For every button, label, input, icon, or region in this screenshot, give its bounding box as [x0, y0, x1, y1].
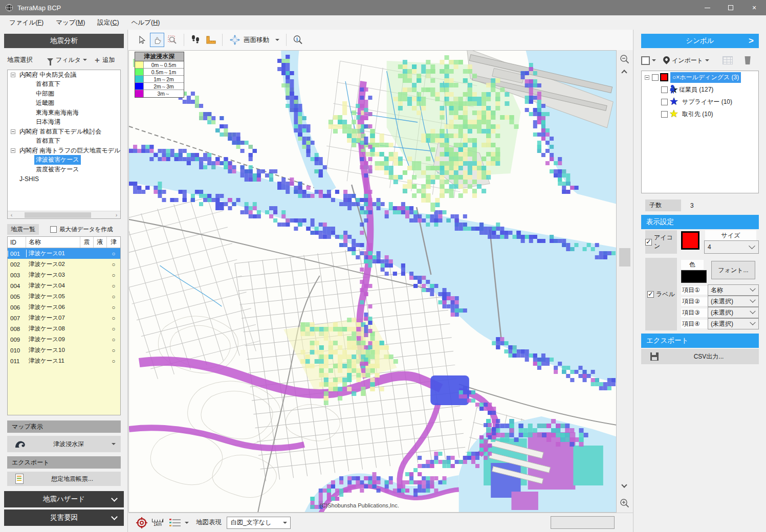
icon-checkbox[interactable] — [645, 239, 652, 246]
expander-icon[interactable] — [645, 75, 649, 80]
pan-tool[interactable] — [150, 33, 164, 47]
size-label: サイズ — [705, 230, 756, 241]
item-dropdown[interactable]: (未選択) — [708, 318, 759, 329]
map-layer-dropdown[interactable]: 津波浸水深 — [7, 436, 121, 452]
chevron-down-icon — [750, 320, 755, 325]
expander-icon[interactable] — [11, 129, 15, 134]
import-button[interactable]: インポート — [672, 56, 703, 65]
maximize-button[interactable] — [719, 0, 742, 15]
plus-icon: ＋ — [93, 55, 101, 65]
zoom-select-tool[interactable] — [165, 33, 180, 47]
report-button[interactable]: 想定地震帳票... — [7, 472, 121, 486]
tree-item[interactable]: 近畿圏 — [8, 99, 120, 108]
zoom-out-icon[interactable] — [620, 54, 630, 64]
table-row[interactable]: 002 津波ケース02 ○ — [8, 259, 120, 270]
item-label: 項目③ — [681, 308, 708, 317]
zoom-in-icon[interactable] — [620, 498, 630, 508]
info-search-tool[interactable]: i — [291, 33, 305, 47]
select-tool[interactable] — [135, 33, 149, 47]
scroll-right-icon[interactable]: › — [113, 211, 120, 219]
table-row[interactable]: 010 津波ケース10 ○ — [8, 345, 120, 356]
tree-item[interactable]: 内閣府 首都直下モデル検討会 — [8, 127, 120, 137]
table-row[interactable]: 011 津波ケース11 ○ — [8, 356, 120, 366]
symbol-tree-item[interactable]: ★ 取引先 (10) — [642, 108, 758, 120]
expander-icon[interactable] — [11, 73, 15, 77]
scroll-down-icon[interactable] — [621, 482, 627, 487]
item-checkbox[interactable] — [661, 111, 668, 118]
tree-item[interactable]: 首都直下 — [8, 137, 120, 146]
item-checkbox[interactable] — [661, 99, 668, 105]
label-color-swatch[interactable] — [681, 270, 707, 283]
table-row[interactable]: 007 津波ケース07 ○ — [8, 313, 120, 323]
symbol-tree-item[interactable]: ★ 従業員 (127) — [642, 83, 758, 96]
section-disaster-factor[interactable]: 災害要因 — [4, 509, 124, 526]
max-data-checkbox[interactable] — [50, 226, 57, 233]
earthquake-analysis-panel: 地震分析 地震選択 フィルタ ＋ 追加 内閣府 中央防災会議 首都直下 — [0, 30, 128, 532]
tree-item[interactable]: 日本海溝 — [8, 118, 120, 127]
table-row[interactable]: 003 津波ケース03 ○ — [8, 270, 120, 280]
close-button[interactable]: × — [742, 0, 766, 15]
map-toolbar: 画面移動 i — [128, 30, 633, 50]
tree-item[interactable]: 首都直下 — [8, 80, 120, 90]
symbol-tree-item[interactable]: ★ サプライヤー (10) — [642, 96, 758, 108]
item-dropdown[interactable]: (未選択) — [708, 296, 759, 307]
expander-icon[interactable] — [11, 148, 15, 153]
symbol-tree-root[interactable]: ○×ホールディングス (3) — [642, 71, 758, 83]
table-view-icon[interactable] — [723, 56, 733, 64]
chevron-down-icon[interactable] — [185, 522, 189, 524]
menu-item[interactable]: 設定(C) — [91, 16, 125, 30]
label-checkbox[interactable] — [647, 291, 654, 298]
minimize-button[interactable] — [695, 0, 719, 15]
label-item-row: 項目① 名称 — [681, 284, 759, 296]
collapse-right-icon[interactable]: > — [749, 36, 754, 46]
item-checkbox[interactable] — [661, 86, 668, 93]
font-button[interactable]: フォント... — [711, 261, 755, 279]
icon-color-swatch[interactable] — [681, 231, 699, 250]
symbol-tree: ○×ホールディングス (3) ★ 従業員 (127) ★ サプライヤー (10) — [641, 71, 759, 193]
tree-horizontal-scrollbar[interactable]: ‹ › — [8, 211, 120, 218]
item-dropdown[interactable]: 名称 — [708, 284, 759, 296]
table-row[interactable]: 008 津波ケース08 ○ — [8, 323, 120, 334]
chevron-down-icon[interactable] — [652, 59, 656, 61]
map-display-section-label: マップ表示 — [7, 420, 121, 433]
scale-bar-icon[interactable]: 1km — [152, 519, 163, 527]
add-button[interactable]: ＋ 追加 — [93, 55, 115, 65]
chevron-down-icon[interactable] — [705, 59, 709, 61]
size-dropdown[interactable]: 4 — [704, 240, 759, 254]
table-row[interactable]: 004 津波ケース04 ○ — [8, 280, 120, 291]
walk-tool[interactable] — [188, 33, 203, 47]
scroll-left-icon[interactable]: ‹ — [8, 211, 15, 219]
csv-export-button[interactable]: CSV出力... — [641, 349, 759, 364]
filter-button[interactable]: フィルタ — [47, 56, 87, 64]
table-row[interactable]: 006 津波ケース06 ○ — [8, 302, 120, 313]
menu-item[interactable]: ファイル(F) — [3, 16, 50, 30]
tree-item[interactable]: 津波被害ケース — [8, 156, 120, 165]
measure-tool[interactable] — [204, 33, 218, 47]
section-earthquake-hazard[interactable]: 地震ハザード — [4, 491, 124, 507]
symbol-shape-button[interactable] — [641, 56, 650, 65]
map-vscroll-thumb[interactable] — [619, 248, 630, 267]
table-row[interactable]: 005 津波ケース05 ○ — [8, 291, 120, 302]
table-row[interactable]: 009 津波ケース09 ○ — [8, 334, 120, 345]
item-dropdown[interactable]: (未選択) — [708, 307, 759, 318]
compass-icon[interactable] — [136, 517, 148, 529]
tree-item[interactable]: 内閣府 南海トラフの巨大地震モデル検 — [8, 146, 120, 156]
symbol-panel-header[interactable]: シンボル > — [641, 34, 759, 48]
scroll-up-icon[interactable] — [621, 70, 627, 75]
trash-icon[interactable] — [744, 56, 751, 64]
screen-move-dropdown[interactable]: 画面移動 — [226, 33, 282, 47]
map-canvas[interactable]: (C)Shobunsha Publications,Inc. 津波浸水深 0m～… — [128, 50, 617, 513]
tree-item[interactable]: 東海東南海南海 — [8, 108, 120, 118]
tree-item[interactable]: 内閣府 中央防災会議 — [8, 70, 120, 80]
map-copyright: (C)Shobunsha Publications,Inc. — [320, 502, 399, 508]
tree-item[interactable]: 中部圏 — [8, 89, 120, 99]
scrollbar-thumb[interactable] — [25, 212, 91, 218]
root-checkbox[interactable] — [652, 74, 659, 81]
tree-item[interactable]: 震度被害ケース — [8, 165, 120, 174]
tree-item[interactable]: J-SHIS — [8, 174, 120, 184]
legend-list-icon[interactable] — [169, 518, 181, 527]
map-style-dropdown[interactable]: 白図_文字なし — [227, 517, 291, 529]
menu-item[interactable]: ヘルプ(H) — [125, 16, 166, 30]
menu-item[interactable]: マップ(M) — [50, 16, 91, 30]
table-row[interactable]: 001 津波ケース01 ○ — [8, 248, 120, 259]
